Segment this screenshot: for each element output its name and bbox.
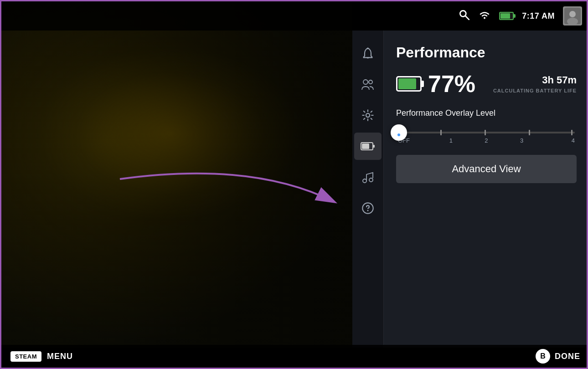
overlay-title: Performance Overlay Level bbox=[396, 108, 577, 118]
svg-point-7 bbox=[363, 80, 368, 84]
svg-point-14 bbox=[369, 178, 373, 182]
slider-container: OFF 1 2 3 4 bbox=[396, 132, 577, 144]
battery-left: 77% bbox=[396, 72, 475, 96]
steam-badge[interactable]: STEAM bbox=[10, 351, 41, 362]
done-section: B DONE bbox=[536, 349, 580, 364]
svg-line-1 bbox=[465, 16, 469, 20]
sidebar-item-music[interactable] bbox=[354, 164, 382, 191]
slider-label-4: 4 bbox=[539, 137, 575, 144]
svg-point-6 bbox=[367, 48, 369, 50]
b-button[interactable]: B bbox=[536, 349, 550, 364]
steam-menu: STEAM MENU bbox=[10, 351, 73, 362]
svg-point-13 bbox=[363, 179, 366, 183]
battery-top bbox=[499, 12, 514, 20]
performance-title: Performance bbox=[396, 44, 577, 61]
svg-rect-11 bbox=[373, 145, 375, 148]
sidebar-item-notifications[interactable] bbox=[354, 40, 382, 67]
svg-point-9 bbox=[366, 113, 370, 117]
svg-rect-12 bbox=[362, 144, 369, 149]
slider-tick-3 bbox=[529, 130, 530, 135]
slider-label-3: 3 bbox=[504, 137, 540, 144]
sidebar-item-settings[interactable] bbox=[354, 102, 382, 129]
battery-icon-large bbox=[396, 76, 422, 92]
svg-point-2 bbox=[484, 17, 485, 19]
battery-percent: 77% bbox=[428, 72, 475, 96]
time-display: 7:17 AM bbox=[522, 11, 555, 21]
bottom-bar: STEAM MENU B DONE bbox=[1, 345, 588, 368]
performance-panel: Performance 77% 3h 57m CALCULATING BATTE… bbox=[383, 31, 588, 348]
battery-fill-large bbox=[398, 78, 416, 89]
sidebar-item-performance[interactable] bbox=[354, 133, 382, 160]
overlay-section: Performance Overlay Level OFF 1 2 3 4 bbox=[396, 108, 577, 144]
slider-track[interactable] bbox=[398, 132, 575, 133]
slider-label-2: 2 bbox=[469, 137, 504, 144]
slider-tick-4 bbox=[571, 130, 573, 135]
battery-section: 77% 3h 57m CALCULATING BATTERY LIFE bbox=[396, 72, 577, 96]
top-bar: 7:17 AM bbox=[1, 1, 588, 31]
slider-indicator bbox=[397, 133, 400, 136]
sidebar bbox=[352, 31, 383, 348]
sidebar-item-help[interactable] bbox=[354, 195, 382, 222]
svg-point-8 bbox=[369, 80, 372, 84]
battery-right: 3h 57m CALCULATING BATTERY LIFE bbox=[493, 74, 577, 93]
battery-sublabel: CALCULATING BATTERY LIFE bbox=[493, 88, 577, 93]
slider-labels: OFF 1 2 3 4 bbox=[398, 137, 575, 144]
svg-point-4 bbox=[569, 11, 576, 17]
sidebar-item-friends[interactable] bbox=[354, 71, 382, 98]
game-background bbox=[1, 1, 352, 348]
svg-point-16 bbox=[367, 210, 369, 211]
done-label: DONE bbox=[555, 352, 580, 361]
search-icon[interactable] bbox=[458, 9, 470, 23]
slider-label-1: 1 bbox=[433, 137, 469, 144]
advanced-view-button[interactable]: Advanced View bbox=[396, 155, 577, 183]
sidebar-divider bbox=[383, 31, 384, 348]
avatar[interactable] bbox=[563, 6, 582, 26]
slider-thumb[interactable] bbox=[391, 124, 407, 141]
menu-label: MENU bbox=[47, 352, 73, 361]
wifi-icon bbox=[478, 10, 491, 22]
slider-tick-2 bbox=[485, 130, 486, 135]
slider-tick-1 bbox=[440, 130, 442, 135]
battery-time: 3h 57m bbox=[493, 74, 577, 86]
